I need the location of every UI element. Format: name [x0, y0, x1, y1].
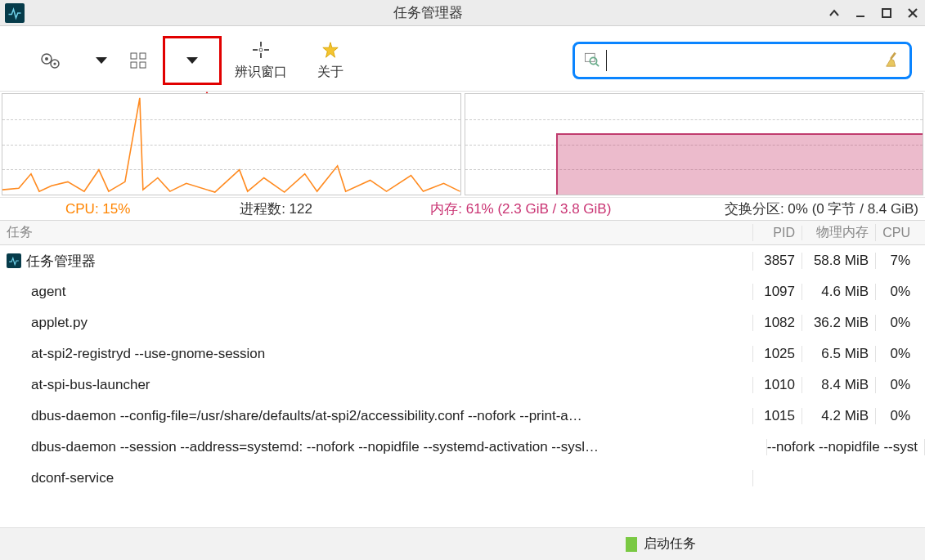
- footer: 启动任务: [0, 527, 925, 560]
- memory-fill: [556, 133, 923, 195]
- process-name: dconf-service: [31, 470, 114, 486]
- process-name: 任务管理器: [26, 252, 96, 271]
- toolbar: 辨识窗口 关于: [0, 26, 925, 92]
- process-name: dbus-daemon --session --address=systemd:…: [31, 439, 599, 455]
- svg-rect-10: [131, 62, 137, 68]
- table-row[interactable]: dbus-daemon --config-file=/usr/share/def…: [0, 401, 925, 432]
- process-cpu: 0%: [876, 284, 925, 300]
- roll-up-button[interactable]: [827, 6, 842, 20]
- table-row[interactable]: 任务管理器 3857 58.8 MiB 7%: [0, 245, 925, 276]
- table-row[interactable]: dbus-daemon --session --address=systemd:…: [0, 432, 925, 463]
- table-row[interactable]: applet.py 1082 36.2 MiB 0%: [0, 307, 925, 338]
- chevron-down-icon: [96, 57, 107, 64]
- titlebar: 任务管理器: [0, 0, 925, 26]
- svg-line-21: [891, 53, 896, 59]
- svg-rect-8: [131, 53, 137, 59]
- settings-button[interactable]: [20, 36, 81, 85]
- process-rss: 36.2 MiB: [802, 315, 876, 331]
- process-name: agent: [31, 284, 66, 300]
- process-count-stat: 进程数: 122: [240, 199, 414, 218]
- identify-window-button[interactable]: 辨识窗口: [230, 36, 291, 85]
- swap-stat: 交换分区: 0% (0 字节 / 8.4 GiB): [675, 199, 925, 218]
- legend-running-icon: [626, 537, 637, 552]
- column-cpu[interactable]: CPU: [876, 226, 925, 240]
- process-pid: 1015: [753, 408, 802, 424]
- process-rss: 6.5 MiB: [802, 346, 876, 362]
- table-row[interactable]: at-spi2-registryd --use-gnome-session 10…: [0, 338, 925, 370]
- window-title: 任务管理器: [29, 3, 827, 22]
- memory-graph[interactable]: [465, 93, 924, 195]
- column-task[interactable]: 任务: [0, 224, 753, 241]
- process-rss: 8.4 MiB: [802, 377, 876, 393]
- table-header: 任务 PID 物理内存 CPU: [0, 221, 925, 245]
- search-box[interactable]: [573, 42, 912, 79]
- grid-icon: [129, 50, 147, 71]
- search-icon: [583, 51, 599, 69]
- svg-point-16: [259, 48, 263, 52]
- process-rss: 4.2 MiB: [802, 408, 876, 424]
- column-pid[interactable]: PID: [753, 226, 802, 240]
- svg-marker-17: [322, 43, 337, 57]
- process-cpu: 0%: [876, 377, 925, 393]
- svg-rect-9: [140, 53, 146, 59]
- about-label: 关于: [317, 64, 344, 81]
- star-icon: [321, 39, 339, 60]
- process-name: at-spi2-registryd --use-gnome-session: [31, 346, 265, 362]
- process-rss: 4.6 MiB: [802, 284, 876, 300]
- svg-rect-1: [882, 9, 891, 17]
- gears-icon: [39, 50, 62, 71]
- chevron-down-icon: [186, 57, 198, 64]
- window-controls: [827, 6, 920, 20]
- start-task-label: 启动任务: [644, 535, 696, 553]
- cpu-sparkline: [2, 94, 460, 195]
- process-pid: 3857: [753, 253, 802, 269]
- svg-marker-22: [887, 59, 896, 66]
- process-rss: 58.8 MiB: [802, 253, 876, 269]
- process-pid: 1010: [753, 377, 802, 393]
- minimize-button[interactable]: [853, 6, 868, 20]
- table-row[interactable]: agent 1097 4.6 MiB 0%: [0, 276, 925, 307]
- process-name: applet.py: [31, 315, 88, 331]
- process-pid: 1082: [753, 315, 802, 331]
- text-cursor: [606, 50, 607, 71]
- process-cpu: 0%: [876, 346, 925, 362]
- svg-line-20: [596, 64, 599, 66]
- app-icon: [5, 3, 25, 23]
- table-row[interactable]: dconf-service: [0, 463, 925, 494]
- process-cpu: 7%: [876, 253, 925, 269]
- cpu-stat: CPU: 15%: [0, 201, 240, 217]
- process-cpu: 0%: [876, 315, 925, 331]
- graphs-panel: [0, 92, 925, 198]
- view-button[interactable]: [122, 36, 155, 85]
- column-rss[interactable]: 物理内存: [802, 224, 876, 241]
- crosshair-icon: [251, 39, 271, 60]
- identify-window-label: 辨识窗口: [235, 64, 287, 81]
- process-rss: --nofork --nopidfile --syst: [767, 439, 925, 455]
- search-input[interactable]: [613, 53, 877, 68]
- table-row[interactable]: at-spi-bus-launcher 1010 8.4 MiB 0%: [0, 370, 925, 401]
- maximize-button[interactable]: [879, 6, 894, 20]
- stats-row: CPU: 15% 进程数: 122 内存: 61% (2.3 GiB / 3.8…: [0, 198, 925, 221]
- settings-menu-caret[interactable]: [89, 36, 114, 85]
- process-pid: 1025: [753, 346, 802, 362]
- cpu-graph[interactable]: [2, 93, 461, 195]
- process-name: at-spi-bus-launcher: [31, 377, 150, 393]
- view-menu-caret[interactable]: [163, 36, 222, 85]
- memory-stat: 内存: 61% (2.3 GiB / 3.8 GiB): [414, 199, 674, 218]
- svg-point-7: [53, 62, 56, 65]
- svg-point-5: [45, 57, 48, 60]
- process-name: dbus-daemon --config-file=/usr/share/def…: [31, 408, 582, 424]
- task-manager-icon: [7, 253, 21, 268]
- close-button[interactable]: [905, 6, 920, 20]
- process-pid: 1097: [753, 284, 802, 300]
- process-cpu: 0%: [876, 408, 925, 424]
- process-list[interactable]: 任务管理器 3857 58.8 MiB 7% agent 1097 4.6 Mi…: [0, 245, 925, 527]
- svg-rect-11: [140, 62, 146, 68]
- broom-icon[interactable]: [883, 50, 901, 70]
- about-button[interactable]: 关于: [299, 36, 361, 85]
